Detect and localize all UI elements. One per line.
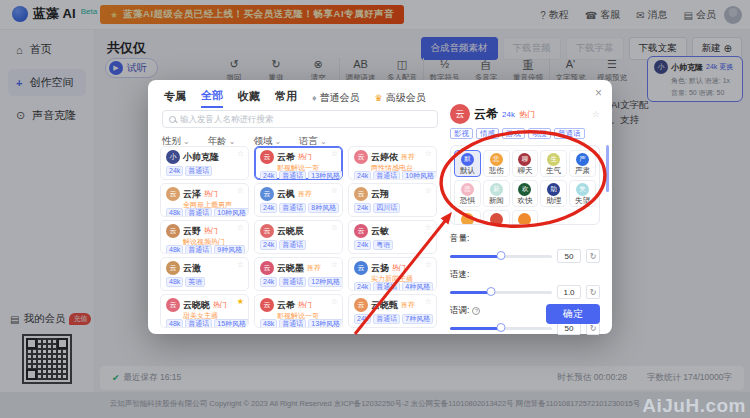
tag-pill: 48k [166,319,183,328]
voice-name: 云扬 [371,262,389,275]
voice-avatar: 云 [260,261,274,275]
voice-card[interactable]: ☆ 云 云晓辰 24k普通话 [254,220,343,254]
voice-subtitle: 甜美女主播 [183,312,243,319]
tag-pill: 24k [260,240,277,250]
slider-thumb[interactable] [497,251,506,260]
tag-pill: 普通话 [279,171,306,180]
slider-track[interactable] [450,327,552,330]
reset-icon[interactable]: ↻ [586,285,600,299]
emotion-icon: 新 [490,183,503,196]
emotion-icon: 失 [576,183,589,196]
slider-thumb[interactable] [497,323,506,332]
confirm-button[interactable]: 确定 [546,304,600,324]
favorite-star-icon[interactable]: ☆ [425,297,432,306]
voice-card[interactable]: ☆ 云 云晓甄 推荐 24k普通话7种风格 [348,294,437,328]
voice-card[interactable]: ★ 云 云晓晓 热门 甜美女主播 48k普通话15种风格 [160,294,249,328]
slider-track[interactable] [450,255,552,258]
favorite-star-icon[interactable]: ☆ [425,223,432,232]
modal-tabs: 专属 全部 收藏 常用 ♦ 普通会员 ♛ 高级会员 [164,88,426,108]
tag-pill: 游戏 [502,128,525,139]
member-filter[interactable]: ♦ 普通会员 [312,91,360,105]
slider-value-input[interactable] [557,249,581,263]
favorite-star-icon[interactable]: ☆ [331,297,338,306]
tag-pill: 12种风格 [308,277,343,287]
favorite-star-icon[interactable]: ☆ [425,186,432,195]
chevron-down-icon: ⌄ [274,137,281,146]
voice-card[interactable]: ☆ 云 云激 48k英语 [160,257,249,291]
voice-card[interactable]: ☆ 云 云扬 热门 实力新闻主播 24k普通话4种风格 [348,257,437,291]
reset-icon[interactable]: ↻ [586,249,600,263]
tag-pill: 四川话 [373,203,400,213]
tag-pill: 普通话 [554,128,585,139]
voice-name: 云希 [277,299,295,312]
favorite-star-icon[interactable]: ☆ [237,149,244,158]
favorite-star-icon[interactable]: ☆ [331,260,338,269]
modal-tab[interactable]: 全部 [201,88,223,108]
voice-name: 云晓墨 [277,262,304,275]
search-box[interactable] [162,110,438,128]
modal-tab[interactable]: 常用 [275,89,297,107]
voice-card[interactable]: ☆ 云 云晓墨 推荐 24k普通话12种风格 [254,257,343,291]
favorite-star-icon[interactable]: ☆ [237,260,244,269]
slider-track[interactable] [450,291,552,294]
emotion-button[interactable]: 新 新闻 [483,180,510,207]
emotion-button[interactable]: 悲 悲伤 [483,150,510,177]
emotion-button[interactable] [512,210,539,225]
emotion-button[interactable] [483,210,510,225]
voice-badge: 热门 [204,226,218,236]
tag-pill: 9种风格 [214,245,245,254]
voice-badge: 推荐 [401,152,415,162]
voice-card[interactable]: ☆ 云 云希 热门 影视解说一哥 24k普通话13种风格 [254,146,343,180]
favorite-star-icon[interactable]: ☆ [331,186,338,195]
voice-card[interactable]: ☆ 云 云敏 24k粤语 [348,220,437,254]
close-icon[interactable]: × [595,86,602,100]
tag-pill: 普通话 [279,277,306,287]
voice-card[interactable]: ☆ 云 云野 热门 解说视频热门 48k普通话9种风格 [160,220,249,254]
favorite-star-icon[interactable]: ☆ [237,223,244,232]
slider-fill [450,291,491,294]
emotion-button[interactable] [454,210,481,225]
emotion-button[interactable]: 失 失望 [569,180,596,207]
favorite-star-icon[interactable]: ☆ [331,223,338,232]
voice-card[interactable]: ☆ 云 云希 热门 影视解说一哥 48k普通话13种风格 [254,294,343,328]
detail-rate: 24k [502,110,515,119]
voice-avatar: 云 [166,224,180,238]
emotion-button[interactable]: 聊 聊天 [512,150,539,177]
favorite-star-icon[interactable]: ☆ [331,149,338,158]
voice-card[interactable]: ☆ 云 云泽 热门 全网最上瘾男声 48k普通话10种风格 [160,183,249,217]
modal-tab[interactable]: 收藏 [238,89,260,107]
emotion-button[interactable]: 严 严肃 [569,150,596,177]
voice-name: 云野 [183,225,201,238]
voice-avatar: 云 [354,298,368,312]
voice-card[interactable]: ☆ 云 云婷依 推荐 两性情感电台 24k普通话10种风格 [348,146,437,180]
voice-tags: 48k普通话15种风格 [166,319,243,328]
tag-pill: 24k [166,166,183,176]
voice-badge: 热门 [213,300,227,310]
emotion-button[interactable]: 恐 恐惧 [454,180,481,207]
slider-thumb[interactable] [486,287,495,296]
page: 蓝藻 AI Beta ★ 蓝藻AI超级会员已经上线！买会员送克隆！畅享AI专属好… [0,0,750,418]
modal-tab[interactable]: 专属 [164,89,186,107]
voice-card[interactable]: ☆ 云 云翔 24k四川话 [348,183,437,217]
member-filter[interactable]: ♛ 高级会员 [375,91,426,105]
modal-scrollbar[interactable] [606,145,609,192]
chevron-down-icon: ⌄ [320,137,327,146]
emotion-label: 助理 [546,197,561,205]
slider-value-input[interactable] [557,285,581,299]
emotion-button[interactable]: 生 生气 [540,150,567,177]
emotion-button[interactable]: 欢 欢快 [512,180,539,207]
favorite-star-icon[interactable]: ☆ [237,186,244,195]
emotion-button[interactable]: 默 默认 [454,150,481,177]
voice-avatar: 云 [354,150,368,164]
detail-star-icon[interactable]: ☆ [592,109,600,119]
voice-card[interactable]: ☆ 云 云枫 推荐 24k普通话8种风格 [254,183,343,217]
search-input[interactable] [180,114,431,124]
favorite-star-icon[interactable]: ☆ [425,149,432,158]
voice-avatar: 小 [166,150,180,164]
favorite-star-icon[interactable]: ★ [237,297,244,306]
tag-pill: 10种风格 [402,171,437,180]
voice-subtitle: 影视解说一哥 [277,164,337,171]
voice-card[interactable]: ☆ 小 小帅克隆 24k普通话 [160,146,249,180]
emotion-button[interactable]: 助 助理 [540,180,567,207]
favorite-star-icon[interactable]: ☆ [425,260,432,269]
